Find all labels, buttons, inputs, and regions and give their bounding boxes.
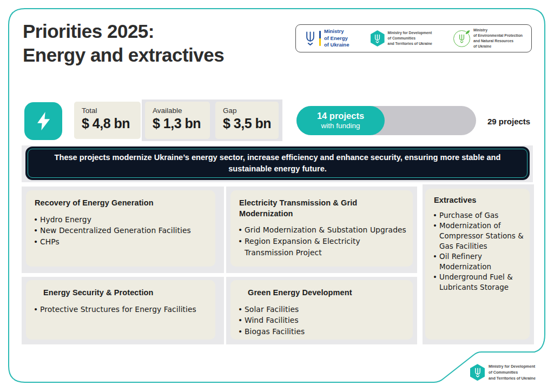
ministries-logo-box: Ministry of Energy of Ukraine Ministry f… (295, 24, 532, 52)
card-item-list: Grid Modernization & Substation Upgrades… (230, 224, 413, 258)
stat-total-label: Total (82, 107, 141, 115)
card-title: Electricity Transmission & Grid Moderniz… (230, 190, 413, 219)
ministry-environment-label: Ministry of Environmental Protection and… (473, 28, 523, 50)
page-title-line2: Energy and extractives (23, 43, 224, 67)
projects-progress-track: 14 projects with funding (296, 106, 476, 135)
funded-projects-caption: with funding (321, 122, 360, 130)
total-projects-label: 29 projects (487, 117, 530, 126)
card-title: Recovery of Energy Generation (26, 190, 215, 209)
hexagon-trident-icon (470, 364, 485, 381)
flag-bar-icon (319, 31, 321, 46)
card-title: Energy Security & Protection (26, 280, 215, 298)
ministry-communities-label: Ministry for Development of Communities … (388, 30, 432, 47)
summary-banner: These projects modernize Ukraine’s energ… (25, 147, 530, 180)
hexagon-trident-icon (371, 30, 385, 46)
list-item: CHPs (34, 236, 210, 248)
summary-banner-text: These projects modernize Ukraine’s energ… (28, 149, 527, 178)
funded-projects-count: 14 projects (317, 111, 364, 122)
list-item: Oil Refinery Modernization (433, 251, 526, 272)
stat-available-value: $ 1,3 bn (153, 116, 210, 131)
lightning-bolt-icon (34, 110, 52, 132)
list-item: Biogas Facilities (238, 326, 407, 337)
ministry-environment-logo: Ministry of Environmental Protection and… (453, 28, 523, 50)
card-item-list: Solar Facilities Wind Facilities Biogas … (230, 304, 413, 337)
list-item: Solar Facilities (238, 304, 407, 315)
card-extractives: Extractives Purchase of Gas Modernizatio… (425, 189, 530, 340)
page-title: Priorities 2025: Energy and extractives (23, 19, 224, 68)
stat-gap-value: $ 3,5 bn (223, 116, 279, 131)
list-item: Modernization of Compressor Stations & G… (433, 221, 526, 251)
card-item-list: Purchase of Gas Modernization of Compres… (425, 210, 530, 293)
energy-sector-tile (24, 102, 62, 140)
page-title-line1: Priorities 2025: (23, 19, 224, 43)
list-item: Protective Structures for Energy Facilit… (34, 304, 210, 315)
card-title: Extractives (425, 189, 530, 206)
footer-ministry-label: Ministry for Development of Communities … (489, 363, 536, 381)
ministry-communities-logo: Ministry for Development of Communities … (371, 30, 432, 47)
list-item: Underground Fuel & Lubricants Storage (433, 272, 526, 293)
card-recovery-of-energy-generation: Recovery of Energy Generation Hydro Ener… (26, 190, 215, 267)
list-item: Region Expansion & Electricity Transmiss… (238, 236, 407, 258)
stat-gap: Gap $ 3,5 bn (215, 102, 279, 139)
card-item-list: Protective Structures for Energy Facilit… (26, 304, 215, 315)
list-item: Wind Facilities (238, 315, 407, 326)
stat-available: Available $ 1,3 bn (145, 102, 210, 139)
ministry-energy-label: Ministry of Energy of Ukraine (324, 28, 349, 48)
ministry-energy-logo: Ministry of Energy of Ukraine (305, 28, 349, 48)
card-energy-security-protection: Energy Security & Protection Protective … (26, 280, 215, 340)
trident-icon (305, 31, 316, 46)
stat-total-value: $ 4,8 bn (82, 116, 141, 131)
stat-gap-label: Gap (223, 107, 279, 115)
card-item-list: Hydro Energy New Decentralized Generatio… (26, 214, 215, 248)
list-item: Purchase of Gas (433, 210, 526, 221)
card-electricity-transmission-grid-modernization: Electricity Transmission & Grid Moderniz… (230, 190, 413, 267)
stat-total: Total $ 4,8 bn (74, 102, 141, 139)
card-green-energy-development: Green Energy Development Solar Facilitie… (230, 280, 413, 340)
card-title: Green Energy Development (230, 280, 413, 298)
stat-available-label: Available (153, 107, 210, 115)
list-item: Grid Modernization & Substation Upgrades (238, 224, 407, 236)
footer-ministry-logo: Ministry for Development of Communities … (470, 363, 536, 381)
leaf-icon (465, 29, 471, 35)
list-item: New Decentralized Generation Facilities (34, 225, 210, 236)
list-item: Hydro Energy (34, 214, 210, 225)
projects-progress-fill: 14 projects with funding (296, 106, 385, 135)
eco-circle-trident-icon (453, 30, 470, 47)
